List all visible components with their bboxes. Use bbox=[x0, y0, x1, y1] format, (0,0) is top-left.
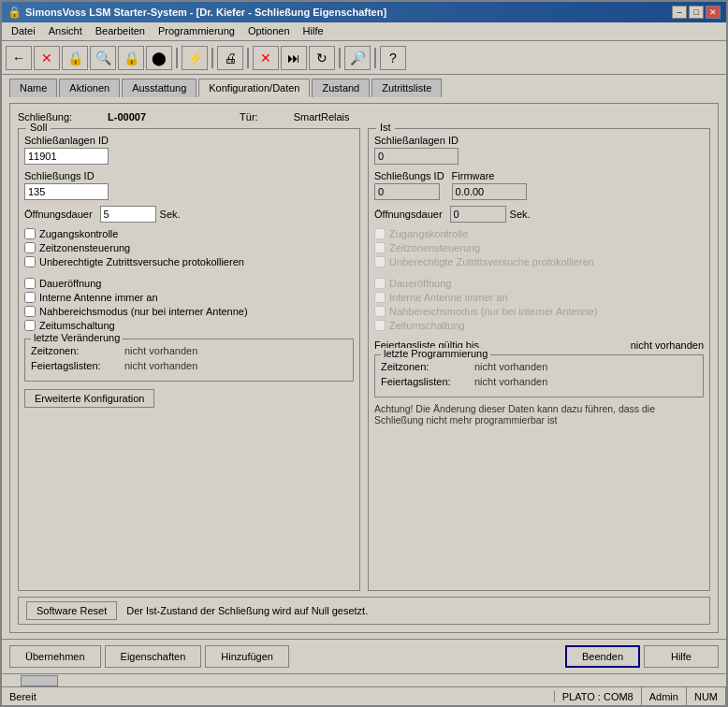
soll-oeffnung-unit: Sek. bbox=[160, 209, 181, 220]
app-icon: 🔒 bbox=[7, 6, 22, 19]
soll-schliessanlagen-group: Schließanlagen ID bbox=[24, 135, 354, 165]
tab-zutrittsliste[interactable]: Zutrittsliste bbox=[371, 79, 442, 97]
toolbar: ← ✕ 🔒 🔍 🔒 ⬤ ⚡ 🖨 ✕ ⏭ ↻ 🔎 ? bbox=[2, 41, 726, 75]
soll-cb-zeit: Zeitumschaltung bbox=[24, 320, 354, 331]
ist-zeit-label: Zeitumschaltung bbox=[389, 320, 465, 331]
toolbar-skip[interactable]: ⏭ bbox=[281, 46, 307, 70]
ist-check-zeitzone bbox=[374, 242, 386, 253]
tab-konfiguration[interactable]: Konfiguration/Daten bbox=[198, 79, 310, 97]
soll-oeffnung-label: Öffnungsdauer bbox=[24, 209, 93, 220]
window-title: SimonsVoss LSM Starter-System - [Dr. Kie… bbox=[25, 7, 386, 18]
soll-feier-label: Feiertagslisten: bbox=[31, 360, 124, 371]
toolbar-print[interactable]: 🖨 bbox=[217, 46, 243, 70]
scrollbar-thumb[interactable] bbox=[21, 675, 58, 686]
ist-firmware-group: Firmware bbox=[452, 170, 527, 200]
ist-schliessanlagen-label: Schließanlagen ID bbox=[374, 135, 704, 146]
menu-hilfe[interactable]: Hilfe bbox=[298, 24, 329, 38]
tabs: Name Aktionen Ausstattung Konfiguration/… bbox=[2, 75, 726, 97]
toolbar-sep4 bbox=[339, 48, 341, 68]
footer-buttons: Übernehmen Eigenschaften Hinzufügen Been… bbox=[2, 639, 726, 673]
soll-cb-daueroff: Daueröffnung bbox=[24, 278, 354, 289]
tuer-value: SmartRelais bbox=[294, 111, 350, 123]
tab-aktionen[interactable]: Aktionen bbox=[59, 79, 120, 97]
maximize-button[interactable]: □ bbox=[689, 6, 704, 19]
toolbar-cancel[interactable]: ✕ bbox=[34, 46, 60, 70]
soll-check-antenne[interactable] bbox=[24, 292, 36, 303]
scrollbar-area bbox=[2, 673, 726, 686]
soll-schliessungs-label: Schließungs ID bbox=[24, 170, 354, 181]
ist-tz-value: nicht vorhanden bbox=[474, 361, 547, 372]
hinzufuegen-button[interactable]: Hinzufügen bbox=[205, 645, 289, 668]
status-right: PLATO : COM8 Admin NUM bbox=[555, 687, 726, 706]
soll-schliessungs-group: Schließungs ID bbox=[24, 170, 354, 200]
toolbar-search2[interactable]: 🔎 bbox=[344, 46, 371, 70]
ist-check-zugang bbox=[374, 228, 386, 239]
toolbar-help[interactable]: ? bbox=[380, 46, 406, 70]
erweiterte-config-button[interactable]: Erweiterte Konfiguration bbox=[24, 389, 154, 408]
soll-cb-zugang: Zugangskontrolle bbox=[24, 228, 354, 239]
ist-check-nah bbox=[374, 306, 386, 317]
tab-zustand[interactable]: Zustand bbox=[312, 79, 370, 97]
menu-ansicht[interactable]: Ansicht bbox=[43, 24, 88, 38]
ist-feier-value: nicht vorhanden bbox=[474, 376, 547, 387]
soll-oeffnung-input[interactable] bbox=[100, 206, 156, 223]
soll-feier-row: Feiertagslisten: nicht vorhanden bbox=[31, 360, 347, 371]
ist-feier-row: Feiertagslisten: nicht vorhanden bbox=[381, 376, 697, 387]
ist-zeitzone-row: Zeitzonen: nicht vorhanden bbox=[381, 361, 697, 372]
toolbar-refresh[interactable]: ↻ bbox=[309, 46, 335, 70]
uebernehmen-button[interactable]: Übernehmen bbox=[9, 645, 101, 668]
soll-schliessanlagen-input[interactable] bbox=[24, 148, 109, 165]
soll-schliessungs-input[interactable] bbox=[24, 183, 109, 200]
minimize-button[interactable]: – bbox=[672, 6, 687, 19]
soll-schliessanlagen-label: Schließanlagen ID bbox=[24, 135, 354, 146]
ist-schliessungs-group: Schließungs ID bbox=[374, 170, 444, 200]
menu-optionen[interactable]: Optionen bbox=[242, 24, 296, 38]
toolbar-sep3 bbox=[247, 48, 249, 68]
soll-cb-unberechtigt: Unberechtigte Zutrittsversuche protokoll… bbox=[24, 256, 354, 267]
soll-zeit-label: Zeitumschaltung bbox=[39, 320, 115, 331]
ist-schliessungs-label: Schließungs ID bbox=[374, 170, 444, 181]
close-button[interactable]: ✕ bbox=[706, 6, 721, 19]
ist-feier-label: Feiertagslisten: bbox=[381, 376, 474, 387]
scrollbar-track[interactable] bbox=[2, 674, 726, 687]
ist-check-antenne bbox=[374, 292, 386, 303]
soll-cb-zeitzone: Zeitzonensteuerung bbox=[24, 242, 354, 253]
tab-ausstattung[interactable]: Ausstattung bbox=[122, 79, 197, 97]
main-window: 🔒 SimonsVoss LSM Starter-System - [Dr. K… bbox=[0, 0, 728, 707]
soll-unberechtigt-label: Unberechtigte Zutrittsversuche protokoll… bbox=[39, 256, 244, 267]
toolbar-search1[interactable]: 🔍 bbox=[90, 46, 116, 70]
tab-name[interactable]: Name bbox=[9, 79, 57, 97]
software-reset-button[interactable]: Software Reset bbox=[26, 601, 117, 620]
beenden-button[interactable]: Beenden bbox=[565, 645, 640, 668]
ist-oeffnung-input bbox=[450, 206, 506, 223]
toolbar-lock2[interactable]: 🔒 bbox=[118, 46, 144, 70]
ist-cb-antenne: Interne Antenne immer an bbox=[374, 292, 704, 303]
toolbar-cross[interactable]: ✕ bbox=[253, 46, 279, 70]
soll-feier-value: nicht vorhanden bbox=[124, 360, 197, 371]
info-row: Schließung: L-00007 Tür: SmartRelais bbox=[18, 111, 710, 123]
ist-oeffnung-unit: Sek. bbox=[510, 209, 531, 220]
ist-cb-nah: Nahbereichsmodus (nur bei interner Anten… bbox=[374, 306, 704, 317]
menu-datei[interactable]: Datei bbox=[6, 24, 41, 38]
toolbar-lightning[interactable]: ⚡ bbox=[182, 46, 208, 70]
soll-check-unberechtigt[interactable] bbox=[24, 256, 36, 267]
soll-check-zugang[interactable] bbox=[24, 228, 36, 239]
soll-check-zeit[interactable] bbox=[24, 320, 36, 331]
hilfe-button[interactable]: Hilfe bbox=[644, 645, 719, 668]
menu-programmierung[interactable]: Programmierung bbox=[153, 24, 240, 38]
toolbar-back[interactable]: ← bbox=[6, 46, 32, 70]
menu-bearbeiten[interactable]: Bearbeiten bbox=[90, 24, 151, 38]
soll-tz-value: nicht vorhanden bbox=[124, 345, 197, 356]
ist-column: Ist Schließanlagen ID Schließungs ID Fir… bbox=[368, 128, 710, 591]
schliessungs-value: L-00007 bbox=[108, 111, 146, 123]
eigenschaften-button[interactable]: Eigenschaften bbox=[105, 645, 202, 668]
soll-check-nah[interactable] bbox=[24, 306, 36, 317]
main-border: Schließung: L-00007 Tür: SmartRelais Sol… bbox=[9, 103, 719, 633]
toolbar-lock1[interactable]: 🔒 bbox=[62, 46, 88, 70]
ist-letzte-programmierung: letzte Programmierung Zeitzonen: nicht v… bbox=[374, 354, 704, 397]
soll-daueroff-label: Daueröffnung bbox=[39, 278, 101, 289]
ist-firmware-label: Firmware bbox=[452, 170, 527, 181]
soll-check-daueroff[interactable] bbox=[24, 278, 36, 289]
soll-check-zeitzone[interactable] bbox=[24, 242, 36, 253]
toolbar-dot[interactable]: ⬤ bbox=[146, 46, 172, 70]
